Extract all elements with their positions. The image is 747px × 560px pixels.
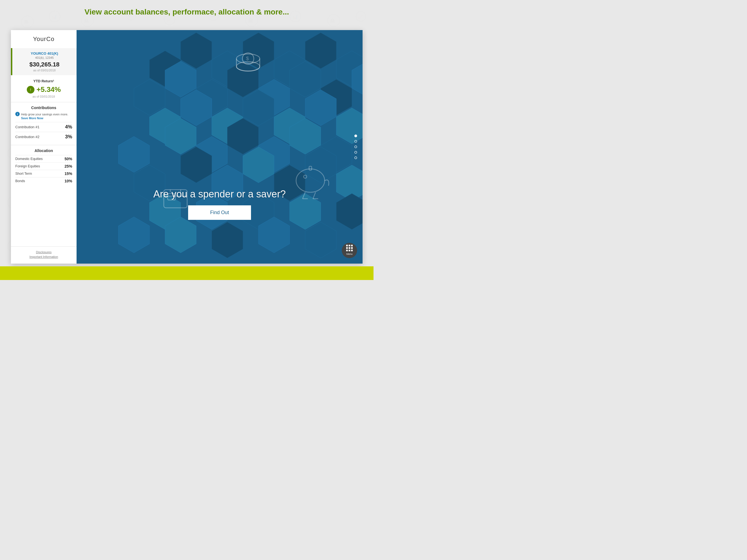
svg-point-0 <box>21 16 33 28</box>
allocation-value-3: 15% <box>65 172 72 176</box>
ytd-arrow-icon: ↑ <box>27 86 34 94</box>
account-balance: $30,265.18 <box>17 61 72 68</box>
pagination-dot-4[interactable] <box>354 151 357 154</box>
svg-text:📈: 📈 <box>166 17 172 22</box>
pagination-dot-5[interactable] <box>354 156 357 159</box>
pagination-dot-1[interactable] <box>354 134 357 137</box>
menu-button[interactable]: Menu <box>342 243 357 258</box>
svg-text:⚖: ⚖ <box>24 19 28 25</box>
menu-dot <box>349 250 350 251</box>
allocation-value-1: 50% <box>65 157 72 161</box>
menu-dot <box>346 245 348 246</box>
menu-dot <box>346 247 348 249</box>
svg-marker-42 <box>77 30 108 66</box>
contribution-row-2: Contribution #2 3% <box>15 132 72 142</box>
menu-dot <box>351 245 353 246</box>
hex-background: $ <box>77 30 363 263</box>
pagination-dots <box>354 134 357 159</box>
menu-dot <box>349 245 350 246</box>
allocation-label-3: Short Term <box>15 172 32 176</box>
account-name: YOURCO 401(K) <box>17 51 72 55</box>
top-tagline: View account balances, performace, alloc… <box>0 8 374 17</box>
menu-dot <box>349 247 350 249</box>
ytd-value: +5.34% <box>36 85 61 94</box>
allocation-row-1: Domestic Equities 50% <box>15 155 72 162</box>
contributions-title: Contributions <box>15 105 72 110</box>
account-date: as of 03/01/2018 <box>17 69 72 72</box>
menu-dot <box>351 247 353 249</box>
contributions-help-text: Help grow your savings even more. <box>21 113 68 116</box>
save-more-link[interactable]: Save More Now <box>21 117 68 120</box>
info-icon: i <box>15 112 20 116</box>
contributions-help: Help grow your savings even more. Save M… <box>21 111 68 120</box>
allocation-value-4: 10% <box>65 179 72 183</box>
menu-dot <box>351 250 353 251</box>
important-information-link[interactable]: Important Information <box>15 255 72 258</box>
allocation-row-3: Short Term 15% <box>15 170 72 177</box>
menu-label: Menu <box>346 253 353 255</box>
disclosures-link[interactable]: Disclosures <box>15 251 72 254</box>
main-container: YourCo YOURCO 401(K) 401(k), 12345 $30,2… <box>11 30 363 263</box>
bottom-strip <box>0 266 374 280</box>
pagination-dot-2[interactable] <box>354 140 357 143</box>
account-sub: 401(k), 12345 <box>17 56 72 59</box>
main-content: $ Are you <box>77 30 363 263</box>
allocation-section: Allocation Domestic Equities 50% Foreign… <box>11 145 77 247</box>
allocation-title: Allocation <box>15 149 72 153</box>
menu-dot <box>346 250 348 251</box>
logo-text: YourCo <box>17 35 71 43</box>
contributions-info-row: i Help grow your savings even more. Save… <box>15 111 72 120</box>
allocation-row-4: Bonds 10% <box>15 177 72 184</box>
ytd-value-row: ↑ +5.34% <box>15 85 72 94</box>
svg-text:$: $ <box>246 55 249 61</box>
svg-text:⚖: ⚖ <box>84 18 88 24</box>
svg-text:🏛: 🏛 <box>248 18 253 24</box>
ytd-date: as of 03/01/2018 <box>15 95 72 98</box>
logo-area: YourCo <box>11 30 77 48</box>
contribution-value-1: 4% <box>65 124 72 130</box>
ytd-label: YTD Return¹ <box>15 79 72 83</box>
svg-text:⚖: ⚖ <box>330 18 335 24</box>
allocation-row-2: Foreign Equities 25% <box>15 162 72 170</box>
find-out-button[interactable]: Find Out <box>188 205 251 220</box>
contribution-label-2: Contribution #2 <box>15 135 40 139</box>
contribution-row-1: Contribution #1 4% <box>15 122 72 132</box>
contribution-label-1: Contribution #1 <box>15 125 40 129</box>
hero-title: Are you a spender or a saver? <box>77 188 363 200</box>
sidebar: YourCo YOURCO 401(K) 401(k), 12345 $30,2… <box>11 30 77 263</box>
allocation-label-4: Bonds <box>15 179 25 183</box>
contributions-section: Contributions i Help grow your savings e… <box>11 102 77 145</box>
allocation-value-2: 25% <box>65 164 72 169</box>
account-card: YOURCO 401(K) 401(k), 12345 $30,265.18 a… <box>11 48 77 75</box>
pagination-dot-3[interactable] <box>354 146 357 148</box>
menu-grid-icon <box>346 245 353 252</box>
ytd-section: YTD Return¹ ↑ +5.34% as of 03/01/2018 <box>11 75 77 102</box>
allocation-label-1: Domestic Equities <box>15 157 43 161</box>
hero-content: Are you a spender or a saver? Find Out <box>77 188 363 220</box>
contribution-value-2: 3% <box>65 134 72 140</box>
allocation-label-2: Foreign Equities <box>15 164 40 168</box>
sidebar-footer: Disclosures Important Information <box>11 247 77 263</box>
